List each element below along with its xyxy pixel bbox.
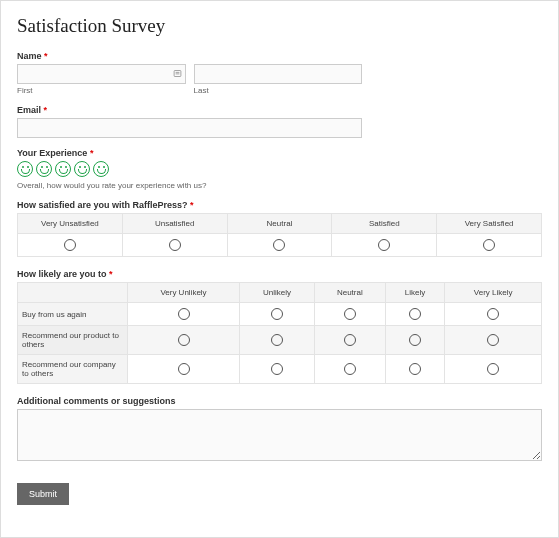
required-marker: *	[44, 105, 48, 115]
radio-option[interactable]	[271, 334, 283, 346]
col-header: Very Satisfied	[437, 214, 542, 234]
field-experience: Your Experience * Overall, how would you…	[17, 148, 542, 190]
radio-option[interactable]	[487, 363, 499, 375]
radio-option[interactable]	[271, 308, 283, 320]
col-header: Neutral	[227, 214, 332, 234]
radio-option[interactable]	[178, 363, 190, 375]
last-name-input[interactable]	[194, 64, 363, 84]
radio-option[interactable]	[344, 308, 356, 320]
field-likelihood: How likely are you to * Very Unlikely Un…	[17, 269, 542, 384]
radio-option[interactable]	[271, 363, 283, 375]
comments-label: Additional comments or suggestions	[17, 396, 542, 406]
col-header: Unlikely	[240, 283, 315, 303]
radio-option[interactable]	[64, 239, 76, 251]
submit-button[interactable]: Submit	[17, 483, 69, 505]
col-header: Neutral	[315, 283, 386, 303]
field-email: Email *	[17, 105, 542, 138]
radio-option[interactable]	[378, 239, 390, 251]
likelihood-label: How likely are you to	[17, 269, 107, 279]
col-header: Likely	[385, 283, 445, 303]
radio-option[interactable]	[409, 363, 421, 375]
smiley-icon[interactable]	[74, 161, 90, 177]
radio-option[interactable]	[344, 363, 356, 375]
col-header: Unsatisfied	[122, 214, 227, 234]
first-name-input[interactable]	[17, 64, 186, 84]
row-header: Buy from us again	[18, 303, 128, 326]
likelihood-table: Very Unlikely Unlikely Neutral Likely Ve…	[17, 282, 542, 384]
first-sublabel: First	[17, 86, 186, 95]
row-header: Recommend our company to others	[18, 355, 128, 384]
radio-option[interactable]	[169, 239, 181, 251]
smiley-icon[interactable]	[17, 161, 33, 177]
col-header: Very Unsatisfied	[18, 214, 123, 234]
required-marker: *	[44, 51, 48, 61]
survey-form: Satisfaction Survey Name * First Last Em…	[0, 0, 559, 538]
email-label: Email	[17, 105, 41, 115]
radio-option[interactable]	[273, 239, 285, 251]
page-title: Satisfaction Survey	[17, 15, 542, 37]
col-header: Very Unlikely	[128, 283, 240, 303]
satisfaction-label: How satisfied are you with RafflePress?	[17, 200, 188, 210]
smiley-icon[interactable]	[36, 161, 52, 177]
radio-option[interactable]	[178, 334, 190, 346]
field-satisfaction: How satisfied are you with RafflePress? …	[17, 200, 542, 257]
col-header: Very Likely	[445, 283, 542, 303]
smiley-icon[interactable]	[93, 161, 109, 177]
satisfaction-table: Very Unsatisfied Unsatisfied Neutral Sat…	[17, 213, 542, 257]
name-label: Name	[17, 51, 42, 61]
last-sublabel: Last	[194, 86, 363, 95]
smiley-icon[interactable]	[55, 161, 71, 177]
row-header: Recommend our product to others	[18, 326, 128, 355]
email-input[interactable]	[17, 118, 362, 138]
comments-textarea[interactable]	[17, 409, 542, 461]
radio-option[interactable]	[487, 334, 499, 346]
radio-option[interactable]	[483, 239, 495, 251]
radio-option[interactable]	[409, 308, 421, 320]
radio-option[interactable]	[178, 308, 190, 320]
experience-helper: Overall, how would you rate your experie…	[17, 181, 542, 190]
col-header: Satisfied	[332, 214, 437, 234]
required-marker: *	[90, 148, 94, 158]
radio-option[interactable]	[487, 308, 499, 320]
field-comments: Additional comments or suggestions	[17, 396, 542, 463]
radio-option[interactable]	[344, 334, 356, 346]
required-marker: *	[109, 269, 113, 279]
radio-option[interactable]	[409, 334, 421, 346]
field-name: Name * First Last	[17, 51, 542, 95]
experience-label: Your Experience	[17, 148, 87, 158]
required-marker: *	[190, 200, 194, 210]
